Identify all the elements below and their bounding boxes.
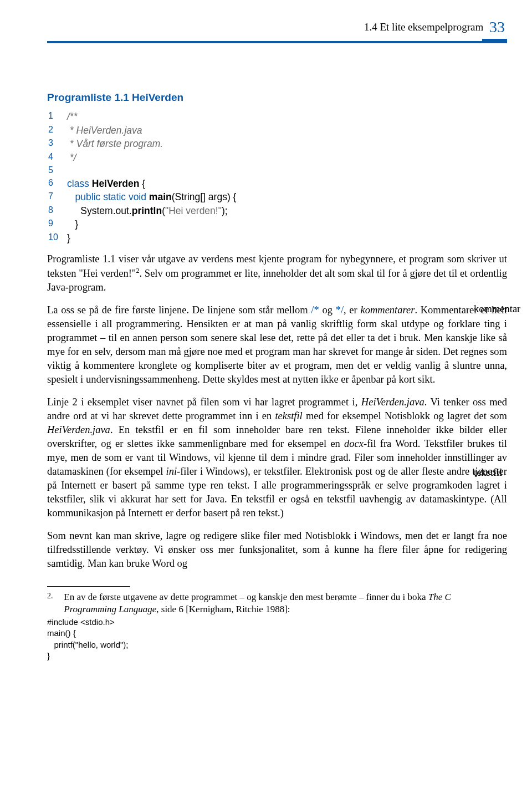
code-line: 8 System.out.println("Hei verden!"); [48, 204, 507, 218]
code-token-ident: main [146, 191, 172, 202]
code-line: } [47, 650, 507, 662]
code-token: ); [222, 205, 228, 216]
code-line: #include <stdio.h> [47, 617, 507, 628]
body-text: Programliste 1.1 viser vår utgave av ver… [47, 252, 507, 571]
line-number: 4 [48, 151, 67, 165]
code-line: 4 */ [48, 151, 507, 165]
code-line: main() { [47, 628, 507, 639]
code-line: 6 class HeiVerden { [48, 177, 507, 191]
header-rule [47, 41, 507, 43]
text: Som nevnt kan man skrive, lagre og redig… [47, 530, 507, 569]
code-line: 2 * HeiVerden.java [48, 124, 507, 138]
footnote-code: #include <stdio.h> main() { printf("hell… [47, 617, 507, 662]
line-number: 10 [48, 231, 67, 245]
line-number: 3 [48, 137, 67, 151]
code-token: { [139, 178, 145, 189]
code-line: 5 [48, 164, 507, 176]
code-token-keyword: public static void [67, 191, 146, 202]
paragraph-4: Som nevnt kan man skrive, lagre og redig… [47, 529, 507, 571]
text: En av de første utgavene av dette progra… [64, 592, 428, 602]
line-number: 1 [48, 110, 67, 124]
code-line: 9 } [48, 217, 507, 231]
code-content: class HeiVerden { [67, 177, 145, 191]
text: , er [344, 304, 360, 316]
line-number: 6 [48, 177, 67, 191]
emphasis: docx [344, 438, 364, 449]
code-token-ident: HeiVerden [89, 178, 139, 189]
listing-title: Programliste 1.1 HeiVerden [47, 90, 507, 105]
text: . Kommentarer er helt essensielle i all … [47, 304, 507, 385]
text: , side 6 [Kernigham, Ritchie 1988]: [156, 604, 290, 614]
code-token-ident: println [132, 205, 162, 216]
paragraph-3: Linje 2 i eksemplet viser navnet på file… [47, 395, 507, 520]
line-number: 8 [48, 204, 67, 218]
code-content: public static void main(String[] args) { [67, 190, 236, 204]
margin-note-tekstfil: tekstfil [474, 466, 532, 480]
code-token-comment: /** [67, 110, 77, 124]
emphasis: ini [166, 466, 177, 477]
code-line: 7 public static void main(String[] args)… [48, 190, 507, 204]
code-inline: /* [311, 304, 319, 316]
code-line: printf("hello, world"); [47, 639, 507, 650]
line-number: 9 [48, 217, 67, 231]
emphasis: tekstfil [275, 410, 302, 421]
code-token: (String[] args) { [172, 191, 237, 202]
emphasis: HeiVerden.java [361, 396, 424, 408]
margin-note-kommentar: kommentar [474, 302, 532, 316]
text: Linje 2 i eksemplet viser navnet på file… [47, 396, 361, 408]
body-content: kommentar tekstfil Programliste 1.1 vise… [47, 252, 507, 571]
page-number: 33 [489, 18, 505, 35]
code-token: } [67, 231, 70, 245]
line-number: 5 [48, 164, 67, 176]
line-number: 7 [48, 190, 67, 204]
footnote-rule [47, 586, 130, 587]
code-token: System.out. [67, 205, 132, 216]
page-header: 1.4 Et lite eksempelprogram 33 [47, 17, 507, 43]
code-content: System.out.println("Hei verden!"); [67, 204, 228, 218]
running-header: 1.4 Et lite eksempelprogram 33 [47, 17, 507, 38]
code-inline: */ [336, 304, 344, 316]
line-number: 2 [48, 124, 67, 138]
code-token-string: "Hei verden!" [165, 205, 222, 216]
emphasis: kommentarer [360, 304, 415, 316]
code-token: } [67, 217, 78, 231]
code-token-keyword: class [67, 178, 89, 189]
text: med for eksempel Notisblokk og lagret de… [303, 410, 507, 421]
text: La oss se på de fire første linjene. De … [47, 304, 311, 316]
code-line: 3 * Vårt første program. [48, 137, 507, 151]
code-token-comment: * Vårt første program. [67, 137, 163, 151]
paragraph-2: La oss se på de fire første linjene. De … [47, 303, 507, 387]
text: og [319, 304, 336, 316]
code-token-comment: * HeiVerden.java [67, 124, 142, 138]
footnote-number: 2. [47, 591, 62, 601]
emphasis: HeiVerden.java [47, 424, 110, 435]
code-token-comment: */ [67, 151, 76, 165]
code-line: 1 /** [48, 110, 507, 124]
code-line: 10 } [48, 231, 507, 245]
section-label: 1.4 Et lite eksempelprogram [364, 21, 483, 33]
footnote-body: En av de første utgavene av dette progra… [64, 591, 485, 616]
paragraph-1: Programliste 1.1 viser vår utgave av ver… [47, 252, 507, 294]
footnote: 2. En av de første utgavene av dette pro… [47, 591, 507, 662]
code-listing: 1 /** 2 * HeiVerden.java 3 * Vårt første… [48, 110, 507, 245]
